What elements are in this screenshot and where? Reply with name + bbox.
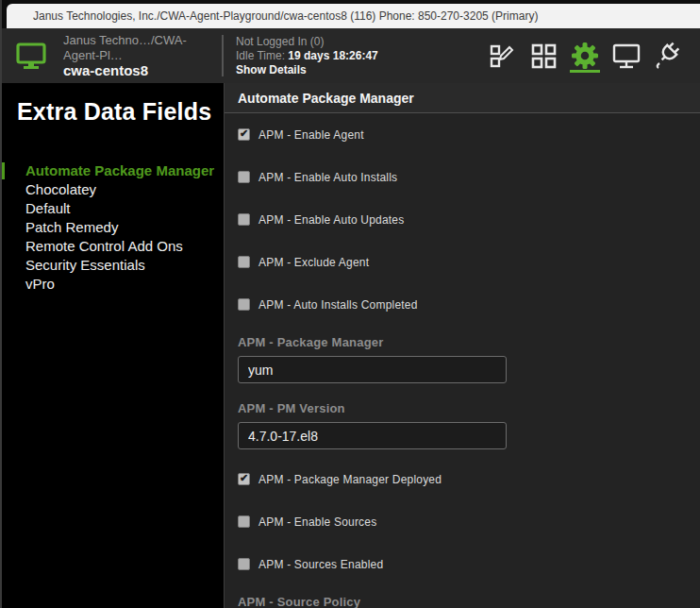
field-row: APM - Sources Enabled: [238, 543, 700, 585]
field-row: APM - Package Manager Deployed: [238, 458, 700, 500]
field-group: APM - PM Version: [238, 392, 700, 458]
field-row: APM - Enable Auto Updates: [238, 198, 700, 241]
idle-time-label: Idle Time:: [236, 49, 288, 62]
checkbox-label: APM - Enable Auto Updates: [258, 213, 404, 227]
apm-auto-installs-completed-checkbox[interactable]: [238, 298, 250, 311]
session-status: Not Logged In (0) Idle Time: 19 days 18:…: [224, 35, 378, 77]
field-group: APM - Source Policy: [238, 585, 700, 608]
field-row: APM - Auto Installs Completed: [238, 283, 700, 326]
idle-time: Idle Time: 19 days 18:26:47: [236, 49, 378, 63]
field-row: APM - Enable Agent: [238, 113, 700, 156]
apm-package-manager-deployed-checkbox[interactable]: [238, 473, 250, 485]
apm-exclude-agent-checkbox[interactable]: [238, 256, 250, 268]
field-label: APM - PM Version: [238, 401, 700, 416]
field-row: APM - Exclude Agent: [238, 241, 700, 283]
window-chrome: Janus Technologies, Inc./CWA-Agent-Playg…: [2, 0, 700, 28]
apm-enable-agent-checkbox[interactable]: [238, 128, 250, 141]
show-details-link[interactable]: Show Details: [236, 63, 378, 77]
window-titlebar: Janus Technologies, Inc./CWA-Agent-Playg…: [7, 4, 700, 28]
sidebar-item-remote-control-add-ons[interactable]: Remote Control Add Ons: [2, 237, 224, 256]
settings-gear-icon[interactable]: [570, 37, 600, 75]
apm-pm-version-input[interactable]: [238, 422, 507, 449]
computer-path: Janus Techno…/CWA-Agent-Pl…: [63, 33, 222, 63]
toolbar-icon-group: [487, 37, 700, 75]
sidebar-item-security-essentials[interactable]: Security Essentials: [2, 256, 224, 275]
panel-header: Automate Package Manager: [225, 83, 700, 113]
checkbox-label: APM - Package Manager Deployed: [258, 473, 442, 486]
sidebar-title: Extra Data Fields: [2, 83, 224, 126]
agent-toolbar: Janus Techno…/CWA-Agent-Pl… cwa-centos8 …: [2, 28, 700, 83]
login-status: Not Logged In (0): [236, 35, 378, 49]
extra-data-fields-sidebar: Extra Data Fields Automate Package Manag…: [2, 83, 224, 608]
checkbox-label: APM - Auto Installs Completed: [258, 298, 418, 312]
apm-package-manager-input[interactable]: [238, 356, 507, 383]
monitor-icon[interactable]: [611, 37, 642, 75]
category-nav: Automate Package Manager Chocolatey Defa…: [2, 161, 224, 294]
sidebar-item-patch-remedy[interactable]: Patch Remedy: [2, 218, 224, 237]
apm-enable-auto-installs-checkbox[interactable]: [238, 171, 250, 183]
sidebar-item-default[interactable]: Default: [2, 199, 224, 218]
field-row: APM - Enable Sources: [238, 500, 700, 543]
computer-info: Janus Techno…/CWA-Agent-Pl… cwa-centos8: [2, 33, 222, 78]
computer-names: Janus Techno…/CWA-Agent-Pl… cwa-centos8: [63, 33, 222, 78]
edit-items-icon[interactable]: [487, 37, 517, 75]
computer-name: cwa-centos8: [63, 63, 222, 78]
checkbox-label: APM - Exclude Agent: [258, 256, 369, 269]
sidebar-item-chocolatey[interactable]: Chocolatey: [2, 180, 224, 199]
apm-enable-sources-checkbox[interactable]: [238, 515, 250, 528]
field-label: APM - Source Policy: [238, 595, 700, 608]
checkbox-label: APM - Enable Agent: [258, 128, 364, 142]
checkbox-label: APM - Sources Enabled: [258, 558, 383, 571]
sidebar-item-automate-package-manager[interactable]: Automate Package Manager: [2, 161, 224, 180]
computer-monitor-icon: [15, 42, 47, 70]
field-row: APM - Enable Auto Installs: [238, 156, 700, 198]
apm-sources-enabled-checkbox[interactable]: [238, 558, 250, 570]
checkbox-label: APM - Enable Auto Installs: [258, 171, 397, 184]
window-title: Janus Technologies, Inc./CWA-Agent-Playg…: [33, 9, 538, 23]
field-list: APM - Enable Agent APM - Enable Auto Ins…: [225, 113, 700, 608]
field-label: APM - Package Manager: [238, 335, 700, 350]
checkbox-label: APM - Enable Sources: [258, 515, 376, 529]
app-window: Janus Technologies, Inc./CWA-Agent-Playg…: [0, 0, 700, 608]
plug-icon[interactable]: [653, 37, 683, 75]
apps-grid-icon[interactable]: [528, 37, 558, 75]
main-panel: Automate Package Manager APM - Enable Ag…: [224, 83, 700, 608]
apm-enable-auto-updates-checkbox[interactable]: [238, 213, 250, 226]
idle-time-value: 19 days 18:26:47: [288, 49, 377, 62]
sidebar-item-vpro[interactable]: vPro: [2, 275, 224, 294]
field-group: APM - Package Manager: [238, 326, 700, 392]
